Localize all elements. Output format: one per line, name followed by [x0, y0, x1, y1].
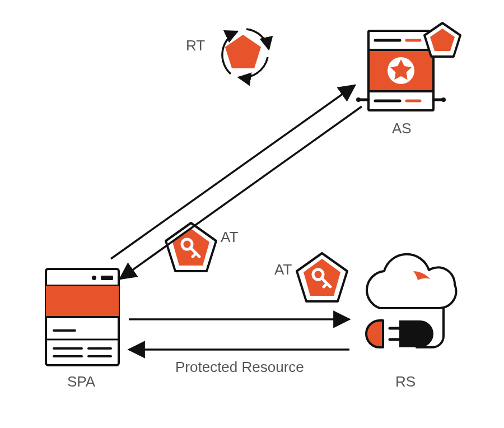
- svg-point-13: [92, 276, 96, 280]
- as-label: AS: [392, 120, 412, 137]
- at-label-1: AT: [221, 229, 238, 246]
- at-label-2: AT: [274, 261, 292, 278]
- rs-node: [366, 254, 458, 347]
- refresh-token-icon: [222, 29, 269, 78]
- access-token-icon-2: [297, 253, 347, 301]
- rt-label: RT: [186, 37, 205, 54]
- svg-rect-14: [101, 276, 113, 280]
- spa-label: SPA: [67, 373, 95, 390]
- arrow-as-to-spa: [120, 106, 362, 279]
- protected-resource-label: Protected Resource: [175, 359, 304, 376]
- access-token-icon-1: [166, 223, 216, 271]
- as-node: [356, 23, 460, 110]
- spa-node: [46, 269, 119, 365]
- rs-label: RS: [395, 373, 416, 390]
- svg-point-11: [441, 97, 446, 102]
- oauth-flow-diagram: RT AT AT Protected Resource SPA AS RS: [0, 0, 504, 428]
- svg-rect-16: [46, 286, 119, 317]
- svg-point-9: [356, 97, 361, 102]
